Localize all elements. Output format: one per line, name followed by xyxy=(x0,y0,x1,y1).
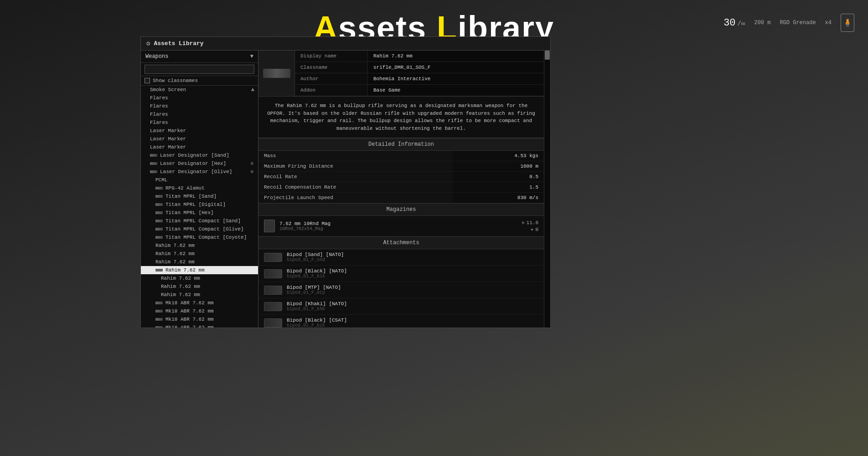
weight-value: 11.6 xyxy=(527,220,538,225)
panel-header-title: Assets Library xyxy=(154,40,203,47)
list-item[interactable]: Rahim 7.62 mm xyxy=(141,250,258,258)
attachment-icon xyxy=(264,302,282,311)
list-item[interactable]: Rahim 7.62 mm xyxy=(141,241,258,250)
list-item[interactable]: Titan MPRL [Digital] xyxy=(141,200,258,209)
list-item[interactable]: RPG-42 Alamut xyxy=(141,184,258,192)
attachment-info: Bipod [Black] [NATO] bipod_01_F_blk xyxy=(287,268,538,279)
list-item[interactable]: Rahim 7.62 mm xyxy=(141,274,258,282)
weapon-image-container xyxy=(258,51,295,96)
list-item[interactable]: Laser Marker xyxy=(141,143,258,151)
weight-icon: ✛ xyxy=(522,220,525,225)
list-item[interactable]: Rahim 7.62 mm xyxy=(141,291,258,299)
detailed-info-header: Detailed Information xyxy=(258,138,544,151)
list-item[interactable]: Laser Marker xyxy=(141,135,258,143)
list-item-selected[interactable]: Rahim 7.62 mm xyxy=(141,266,258,274)
list-item[interactable]: Titan MPRL [Hex] xyxy=(141,209,258,217)
attachment-icon xyxy=(264,318,282,328)
attachment-classname: bipod_01_F_mtp xyxy=(287,290,538,295)
attachment-item-khaki[interactable]: Bipod [Khaki] [NATO] bipod_01_F_khk xyxy=(258,298,544,315)
list-item[interactable]: Flares xyxy=(141,118,258,127)
detail-value-launch-speed: 830 m/s xyxy=(453,193,544,203)
list-item[interactable]: Laser Designator [Hex] ⚙ xyxy=(141,159,258,168)
weapon-icon xyxy=(155,220,163,222)
panel-body: Weapons ▼ Show classnames ▲ Smoke Screen xyxy=(141,51,550,328)
list-item[interactable]: Flares xyxy=(141,110,258,118)
author-row: Author Bohemia Interactive xyxy=(295,73,544,85)
author-value: Bohemia Interactive xyxy=(368,73,544,84)
author-label: Author xyxy=(295,73,368,84)
magazine-item[interactable]: 7.62 mm 10Rnd Mag 10Rnd_762x54_Mag ✛ 11.… xyxy=(258,216,544,236)
content-scrollbar[interactable] xyxy=(544,51,550,328)
display-name-label: Display name xyxy=(295,51,368,61)
list-item[interactable]: Flares xyxy=(141,94,258,102)
attachment-info: Bipod [Black] [CSAT] bipod_02_F_blk xyxy=(287,318,538,328)
list-item[interactable]: Laser Designator [Olive] ⚙ xyxy=(141,168,258,176)
attachment-name: Bipod [MTP] [NATO] xyxy=(287,285,538,290)
attachment-item-black[interactable]: Bipod [Black] [NATO] bipod_01_F_blk xyxy=(258,266,544,282)
item-badge: ⚙ xyxy=(251,161,253,166)
display-name-value: Rahim 7.62 mm xyxy=(368,51,544,61)
addon-value: Base Game xyxy=(368,85,544,96)
attachment-icon xyxy=(264,286,282,295)
hud-ammo-current: 30 xyxy=(723,17,735,29)
hud-grenade-type: RGO Grenade xyxy=(780,20,816,26)
list-item[interactable]: Titan MPRL Compact [Olive] xyxy=(141,225,258,233)
list-item[interactable]: Titan MPRL Compact [Coyote] xyxy=(141,233,258,241)
weapon-list[interactable]: Smoke Screen Flares Flares Flares Flares… xyxy=(141,86,258,328)
list-item[interactable]: Mk18 ABR 7.62 mm xyxy=(141,315,258,323)
detail-row-launch-speed: Projectile Launch Speed 830 m/s xyxy=(258,193,544,203)
search-input[interactable] xyxy=(145,65,254,74)
weapon-icon xyxy=(155,310,163,313)
list-item[interactable]: Titan MPRL [Sand] xyxy=(141,192,258,200)
list-item[interactable]: Mk18 ABR 7.62 mm xyxy=(141,299,258,307)
detail-row-firing-distance: Maximum Firing Distance 1600 m xyxy=(258,161,544,172)
classname-row: Classname srifle_DMR_01_SOS_F xyxy=(295,62,544,73)
magazine-stats: ✛ 11.6 ✦ 0 xyxy=(522,220,538,232)
classname-label: Classname xyxy=(295,62,368,73)
detail-label-recoil-rate: Recoil Rate xyxy=(258,172,453,182)
count-icon: ✦ xyxy=(531,226,534,232)
hud-ammo: 30 /∞ xyxy=(723,17,745,29)
list-item[interactable]: Rahim 7.62 mm xyxy=(141,282,258,291)
category-dropdown-icon: ▼ xyxy=(250,53,253,60)
weapon-image xyxy=(263,69,290,78)
classname-value: srifle_DMR_01_SOS_F xyxy=(368,62,544,73)
list-item[interactable]: Titan MPRL Compact [Sand] xyxy=(141,217,258,225)
show-classnames-checkbox[interactable] xyxy=(145,78,150,83)
weapon-icon xyxy=(155,302,163,304)
attachment-icon xyxy=(264,253,282,262)
list-item[interactable]: Smoke Screen xyxy=(141,86,258,94)
show-classnames-row[interactable]: Show classnames xyxy=(141,76,258,86)
list-item[interactable]: Flares xyxy=(141,102,258,110)
attachment-item-csat-black[interactable]: Bipod [Black] [CSAT] bipod_02_F_blk xyxy=(258,315,544,328)
attachment-item-mtp[interactable]: Bipod [MTP] [NATO] bipod_01_F_mtp xyxy=(258,282,544,298)
display-name-row: Display name Rahim 7.62 mm xyxy=(295,51,544,62)
weapon-icon xyxy=(150,162,157,165)
list-item[interactable]: Mk18 ABR 7.62 mm xyxy=(141,307,258,315)
list-item[interactable]: Mk18 ABR 7.62 mm xyxy=(141,323,258,328)
weapon-icon xyxy=(155,318,163,321)
content-area: Display name Rahim 7.62 mm Classname sri… xyxy=(258,51,544,328)
attachments-header: Attachments xyxy=(258,236,544,249)
list-item[interactable]: PCML xyxy=(141,176,258,184)
magazine-count: ✦ 0 xyxy=(531,226,538,232)
panel-header-icon: ⚙ xyxy=(146,40,150,47)
weapon-icon xyxy=(155,236,163,239)
list-item[interactable]: Laser Marker xyxy=(141,127,258,135)
detail-row-recoil-compensation: Recoil Compensation Rate 1.5 xyxy=(258,182,544,193)
attachment-classname: bipod_01_F_khk xyxy=(287,307,538,312)
weapon-icon xyxy=(155,203,163,206)
hud-overlay: 30 /∞ 200 m RGO Grenade x4 🧍 xyxy=(723,14,854,32)
weapon-icon xyxy=(155,228,163,231)
attachment-name: Bipod [Khaki] [NATO] xyxy=(287,301,538,307)
list-item[interactable]: Rahim 7.62 mm xyxy=(141,258,258,266)
attachment-item-sand[interactable]: Bipod [Sand] [NATO] bipod_01_F_snd xyxy=(258,249,544,266)
list-item[interactable]: Laser Designator [Sand] xyxy=(141,151,258,159)
attachment-classname: bipod_02_F_blk xyxy=(287,323,538,328)
count-value: 0 xyxy=(535,227,538,232)
magazine-info: 7.62 mm 10Rnd Mag 10Rnd_762x54_Mag xyxy=(279,221,517,231)
category-bar[interactable]: Weapons ▼ xyxy=(141,51,258,63)
addon-row: Addon Base Game xyxy=(295,85,544,96)
weapon-header: Display name Rahim 7.62 mm Classname sri… xyxy=(258,51,544,97)
hud-grenade-count: x4 xyxy=(825,20,832,26)
